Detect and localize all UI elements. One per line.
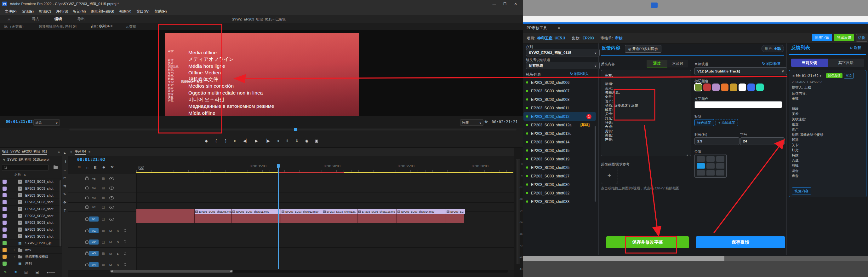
solo-button[interactable]: S — [117, 251, 119, 255]
export-feedback-button[interactable]: 导出反馈 — [834, 34, 854, 41]
monitor-scrub-bar[interactable] — [69, 129, 517, 130]
voiceover-mic-icon[interactable] — [124, 252, 126, 255]
label-color-swatch[interactable] — [2, 214, 7, 218]
source-patch-icon[interactable]: ▤ — [102, 240, 104, 244]
voiceover-mic-icon[interactable] — [124, 263, 126, 266]
timeline-toolbar-icon[interactable]: ⊞ — [78, 165, 81, 169]
menu-item[interactable]: 图形和标题(G) — [90, 8, 115, 14]
shot-list-scrollbar[interactable] — [595, 126, 596, 202]
shot-list-item[interactable]: EP203_SC03_shot008 — [523, 95, 596, 104]
position-cell[interactable] — [707, 170, 715, 176]
save-and-edit-subtitle-button[interactable]: 保存并修改字幕 — [606, 236, 689, 248]
timeline-toolbar-icon[interactable]: ⚒ — [111, 165, 114, 169]
timeline-toolbar-icon[interactable]: ◧ — [94, 165, 97, 169]
close-button[interactable]: ✕ — [510, 0, 521, 7]
zoom-handle-left[interactable] — [111, 270, 113, 272]
timeline-clip[interactable]: fx EP203_SC03_shot012a. — [322, 209, 358, 214]
marker-color-swatch[interactable] — [730, 84, 737, 91]
project-panel-tab[interactable]: 项目: SYWZ_EP203_初渲_011 — [2, 149, 47, 155]
solo-button[interactable]: S — [117, 263, 119, 266]
menu-item[interactable]: 剪辑(C) — [38, 8, 52, 14]
source-patch-icon[interactable]: ▤ — [102, 186, 104, 190]
tool-button[interactable]: ⇉ — [62, 159, 68, 164]
tool-button[interactable]: ✥ — [62, 200, 68, 205]
enable-pr-sync-button[interactable]: ◎ 开启PR实时同步 — [625, 45, 661, 53]
mute-button[interactable]: M — [109, 240, 112, 244]
timeline-clip[interactable]: fx EP203_SC03_shot014.mov — [397, 209, 446, 214]
upload-dropzone[interactable]: + — [601, 167, 618, 184]
position-cell[interactable] — [716, 156, 724, 162]
timeline-playhead-head[interactable] — [277, 164, 280, 168]
feedback-card[interactable]: |◀ 00:01:21:02 ▶| 绿色反馈 V12 2026-02-11 14… — [789, 70, 866, 197]
tool-button[interactable]: ↔ — [62, 167, 68, 173]
shot-list-item[interactable]: EP203_SC03_shot012c — [523, 129, 596, 138]
monitor-settings-icon[interactable]: ⚒ — [485, 120, 488, 124]
lock-icon[interactable] — [85, 252, 89, 255]
solo-button[interactable]: S — [117, 240, 119, 244]
lock-icon[interactable] — [85, 177, 89, 180]
user-name[interactable]: 王聪 — [774, 46, 781, 51]
transport-button[interactable]: ▕▶ — [264, 138, 270, 143]
project-list-item[interactable]: ? EP203_SC03_shot — [0, 178, 62, 185]
mute-button[interactable]: M — [109, 251, 112, 255]
shot-list-item[interactable]: EP203_SC03_shot027 — [523, 172, 596, 180]
lock-icon[interactable] — [85, 197, 89, 199]
eye-icon[interactable] — [109, 196, 114, 199]
fontsize-input[interactable]: 24 — [740, 137, 784, 145]
add-tag-button[interactable]: + 添加标签 — [716, 119, 738, 126]
track-target-chip[interactable]: A3 — [89, 251, 99, 256]
transport-button[interactable]: ▶ — [254, 138, 258, 143]
monitor-timecode[interactable]: 00:01:21:02 — [6, 119, 33, 124]
lock-icon[interactable] — [85, 264, 89, 266]
label-color-swatch[interactable] — [2, 180, 7, 184]
transport-button[interactable]: ▣ — [314, 138, 319, 143]
track-target-chip[interactable]: A1 — [89, 228, 99, 233]
refresh-shots-link[interactable]: ↻ 刷新镜头 — [570, 71, 589, 76]
tool-button[interactable]: ✂ — [62, 175, 68, 181]
project-search-input[interactable] — [2, 164, 49, 171]
label-color-swatch[interactable] — [2, 207, 7, 211]
name-column-header[interactable]: 名称 — [14, 173, 21, 177]
pr-bottom-scroll-thumb[interactable] — [523, 256, 724, 261]
transport-button[interactable]: ⇧ — [285, 138, 289, 143]
track-target-chip[interactable]: A4 — [89, 262, 99, 267]
new-item-pencil-icon[interactable]: ✎ — [4, 270, 7, 275]
marker-color-swatch[interactable] — [756, 84, 764, 91]
panel-tab[interactable]: 节目: 序列04 ≡ — [89, 23, 114, 30]
panel-tab[interactable]: 音频剪辑混合器: 序列 04 — [37, 24, 78, 30]
shot-list-item[interactable]: EP203_SC03_shot019 — [523, 155, 596, 163]
shot-list-item[interactable]: EP203_SC03_shot032 — [523, 189, 596, 197]
voiceover-mic-icon[interactable] — [124, 241, 126, 243]
timeline-timecode[interactable]: 00:01:21:02 — [77, 157, 105, 162]
timeline-clip[interactable]: fx EP203_SC03_shot012c.mo — [357, 209, 397, 214]
lock-icon[interactable] — [85, 187, 89, 189]
source-patch-icon[interactable]: ▤ — [102, 196, 104, 199]
feedback-list-tab[interactable]: 当前反馈 — [791, 59, 828, 67]
timeline-toolbar-icon[interactable]: ∩ — [86, 165, 89, 169]
source-patch-icon[interactable]: ▤ — [102, 229, 104, 232]
lock-icon[interactable] — [85, 218, 89, 221]
menu-item[interactable]: 编辑(E) — [21, 8, 35, 14]
timeline-tab[interactable]: 序列 04 — [75, 149, 86, 155]
position-cell[interactable] — [697, 156, 705, 162]
monitor-zoom-select[interactable]: 适合∨ — [33, 119, 60, 126]
timeline-ruler[interactable]: 00:01:15:0000:01:20:0000:01:25:0000:01:3… — [136, 164, 514, 173]
track-target-chip[interactable]: V5 — [89, 176, 99, 181]
transport-button[interactable]: ⇤ — [234, 138, 238, 143]
label-color-swatch[interactable] — [2, 227, 7, 232]
project-list-item[interactable]: › 动态图形模板媒 — [0, 254, 62, 260]
timeline-hscroll-thumb[interactable] — [110, 270, 233, 273]
menu-item[interactable]: 视图(V) — [118, 8, 132, 14]
refresh-track-link[interactable]: ↻ 刷新轨道 — [762, 61, 781, 66]
eye-icon[interactable] — [109, 187, 114, 190]
project-list-item[interactable]: ? EP203_SC03_shot — [0, 233, 62, 240]
menu-item[interactable]: 标记(M) — [72, 8, 87, 14]
tool-button[interactable]: ✎ — [62, 192, 68, 197]
shot-list-item[interactable]: EP203_SC03_shot007 — [523, 87, 596, 95]
panel-tab[interactable]: 元数据 — [124, 24, 137, 30]
menu-item[interactable]: 帮助(H) — [154, 8, 168, 14]
eye-icon[interactable] — [109, 177, 114, 180]
freeform-view-icon[interactable]: ▣ — [35, 270, 39, 275]
label-color-swatch[interactable] — [2, 234, 7, 238]
shot-list-item[interactable]: EP203_SC03_shot015 — [523, 146, 596, 155]
